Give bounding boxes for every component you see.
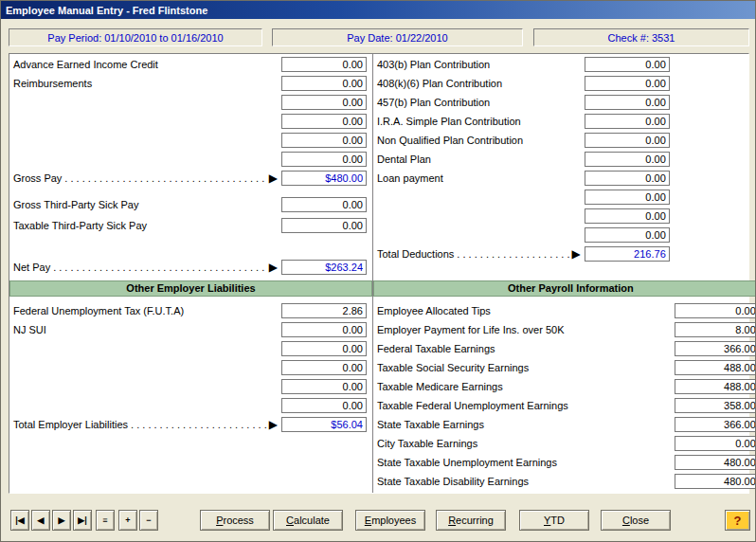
field-label: Taxable Third-Party Sick Pay	[13, 220, 147, 231]
amount-input[interactable]	[281, 133, 367, 148]
delete-record-button[interactable]: −	[139, 510, 158, 531]
amount-input[interactable]	[675, 303, 756, 318]
amount-input[interactable]	[585, 133, 670, 148]
field-row: City Taxable Earnings	[373, 434, 756, 453]
field-row	[9, 93, 372, 112]
employees-button[interactable]: Employees	[355, 510, 425, 531]
amount-input[interactable]	[675, 474, 756, 489]
calculate-button[interactable]: Calculate	[273, 510, 343, 531]
field-row	[373, 226, 756, 244]
amount-input[interactable]	[281, 341, 367, 356]
arrow-icon: ▶	[572, 248, 581, 260]
amount-input[interactable]	[675, 360, 756, 375]
field-row: Taxable Social Security Earnings	[373, 358, 756, 377]
recurring-button[interactable]: Recurring	[436, 510, 506, 531]
arrow-icon: ▶	[269, 419, 278, 430]
field-row: 403(b) Plan Contribution	[373, 55, 756, 74]
close-button[interactable]: Close	[601, 510, 671, 531]
pay-date-panel: Pay Date: 01/22/2010	[272, 28, 523, 46]
section-header-payroll-information: Other Payroll Information	[373, 280, 756, 297]
field-row	[9, 339, 372, 358]
amount-input[interactable]	[585, 95, 670, 110]
amount-input[interactable]	[675, 322, 756, 337]
net-pay-label: Net Pay	[13, 262, 50, 273]
field-row	[9, 150, 372, 169]
first-record-button[interactable]: |◀	[10, 510, 29, 531]
net-pay-row: Net Pay. . . . . . . . . . . . . . . . .…	[9, 258, 372, 277]
total-deductions-label: Total Deductions	[377, 248, 454, 260]
amount-input[interactable]	[281, 197, 367, 212]
amount-input[interactable]	[675, 417, 756, 432]
field-label: I.R.A. Simple Plan Contribution	[377, 116, 521, 127]
help-button[interactable]: ?	[725, 510, 750, 531]
entry-form-area: Advance Earned Income Credit Reimburseme…	[9, 53, 749, 494]
field-row: Employer Payment for Life Ins. over 50K	[373, 320, 756, 339]
field-label: Gross Third-Party Sick Pay	[13, 199, 138, 210]
title-bar: Employee Manual Entry - Fred Flintstone	[1, 1, 755, 19]
field-row: NJ SUI	[9, 320, 372, 339]
total-deductions-row: Total Deductions. . . . . . . . . . . . …	[373, 244, 756, 263]
list-records-button[interactable]: ≡	[96, 510, 115, 531]
pay-period-text: Pay Period: 01/10/2010 to 01/16/2010	[47, 32, 223, 44]
field-row	[9, 396, 372, 415]
amount-input[interactable]	[281, 218, 367, 233]
amount-input[interactable]	[281, 322, 367, 337]
amount-input[interactable]	[281, 303, 367, 318]
amount-input[interactable]	[585, 152, 670, 167]
field-row	[9, 377, 372, 396]
field-row	[373, 207, 756, 226]
window-title: Employee Manual Entry - Fred Flintstone	[6, 5, 207, 16]
field-row: I.R.A. Simple Plan Contribution	[373, 112, 756, 131]
check-number-panel: Check #: 3531	[533, 28, 749, 46]
next-record-button[interactable]: ▶	[52, 510, 71, 531]
field-label: 408(k)(6) Plan Contribution	[377, 78, 502, 89]
amount-input[interactable]	[281, 57, 367, 72]
amount-input[interactable]	[585, 227, 670, 243]
amount-input[interactable]	[585, 190, 670, 205]
field-row: Loan payment	[373, 169, 756, 188]
leader-dots: . . . . . . . . . . . . . . . . . . . . …	[53, 262, 267, 273]
leader-dots: . . . . . . . . . . . . . . . . . . . . …	[131, 419, 267, 430]
amount-input[interactable]	[675, 398, 756, 413]
prior-record-button[interactable]: ◀	[31, 510, 50, 531]
gross-pay-row: Gross Pay. . . . . . . . . . . . . . . .…	[9, 169, 372, 188]
payroll-information-section: Employee Allocated Tips Employer Payment…	[373, 301, 756, 491]
amount-input[interactable]	[585, 57, 670, 72]
amount-input[interactable]	[281, 360, 367, 375]
insert-record-button[interactable]: +	[118, 510, 137, 531]
amount-input[interactable]	[585, 208, 670, 224]
amount-input[interactable]	[281, 114, 367, 129]
amount-input[interactable]	[675, 341, 756, 356]
amount-input[interactable]	[281, 398, 367, 413]
field-label: Taxable Medicare Earnings	[377, 381, 503, 392]
ytd-button[interactable]: YTD	[519, 510, 589, 531]
field-row: Taxable Third-Party Sick Pay	[9, 216, 372, 235]
left-column: Advance Earned Income Credit Reimburseme…	[9, 54, 372, 493]
gross-pay-value	[281, 171, 367, 186]
amount-input[interactable]	[675, 379, 756, 394]
total-employer-liabilities-row: Total Employer Liabilities. . . . . . . …	[9, 415, 372, 434]
field-row	[9, 131, 372, 150]
amount-input[interactable]	[281, 76, 367, 91]
right-column: 403(b) Plan Contribution 408(k)(6) Plan …	[372, 54, 756, 493]
field-row: Federal Unemployment Tax (F.U.T.A)	[9, 301, 372, 320]
last-record-button[interactable]: ▶|	[73, 510, 92, 531]
field-row	[373, 188, 756, 207]
field-label: Federal Taxable Earnings	[377, 343, 495, 354]
leader-dots: . . . . . . . . . . . . . . . . . . . . …	[64, 172, 266, 184]
amount-input[interactable]	[585, 171, 670, 186]
deductions-section: 403(b) Plan Contribution 408(k)(6) Plan …	[373, 55, 756, 263]
amount-input[interactable]	[281, 95, 367, 110]
arrow-icon: ▶	[269, 262, 278, 273]
amount-input[interactable]	[585, 76, 670, 91]
process-button[interactable]: Process	[200, 510, 270, 531]
amount-input[interactable]	[281, 152, 367, 167]
amount-input[interactable]	[675, 455, 756, 470]
amount-input[interactable]	[675, 436, 756, 451]
check-number-text: Check #: 3531	[608, 32, 675, 44]
field-row: Gross Third-Party Sick Pay	[9, 195, 372, 214]
amount-input[interactable]	[585, 114, 670, 129]
field-label: Non Qualified Plan Contribution	[377, 135, 523, 146]
amount-input[interactable]	[281, 379, 367, 394]
field-label: Reimbursements	[13, 78, 92, 89]
